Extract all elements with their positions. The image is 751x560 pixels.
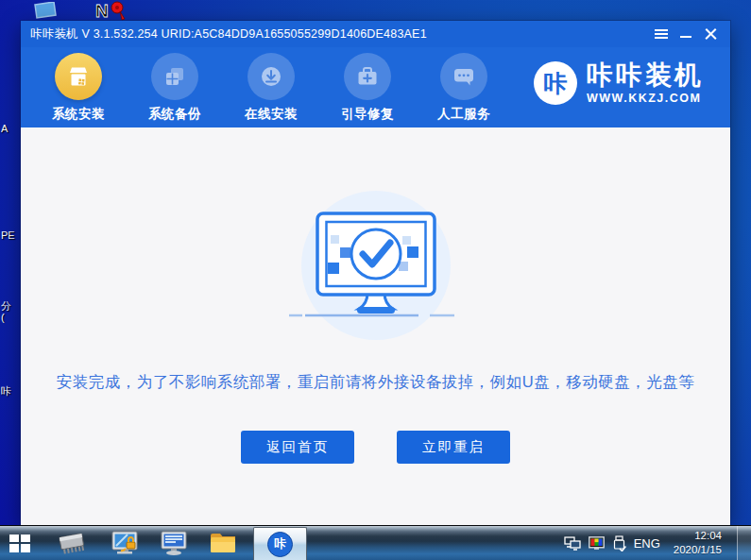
boot-repair-icon — [344, 53, 391, 100]
restart-now-button[interactable]: 立即重启 — [397, 431, 510, 464]
memory-chip-icon — [56, 531, 88, 555]
nav-label: 系统安装 — [44, 106, 112, 123]
menu-button[interactable] — [649, 24, 674, 44]
brand-name: 咔咔装机 — [587, 62, 704, 89]
folder-icon — [209, 532, 237, 554]
language-indicator[interactable]: ENG — [634, 536, 660, 551]
clock-time: 12:04 — [674, 529, 722, 543]
keyboard-monitor-icon — [158, 530, 190, 556]
minimize-button[interactable] — [674, 24, 698, 44]
taskbar-item-file-explorer[interactable] — [205, 526, 241, 560]
brand-logo: 咔 咔咔装机 WWW.KKZJ.COM — [534, 61, 704, 105]
taskbar: 咔 ENG 12:04 2020/1/15 — [0, 525, 751, 560]
online-download-icon — [247, 53, 295, 100]
nav-bar: 系统安装 系统备份 在线安装 — [21, 47, 730, 127]
kaka-installer-window: 咔咔装机 V 3.1.532.254 URID:A5C84DD9A1655055… — [21, 21, 730, 525]
nav-label: 在线安装 — [237, 106, 305, 123]
return-home-button[interactable]: 返回首页 — [241, 431, 354, 464]
system-tray: ENG 12:04 2020/1/15 — [564, 526, 751, 560]
taskbar-item-keyboard-tool[interactable] — [156, 526, 192, 560]
support-chat-icon — [440, 53, 487, 100]
nav-item-boot-repair[interactable]: 引导修复 — [333, 53, 401, 123]
svg-text:N: N — [95, 1, 109, 21]
show-desktop-button[interactable] — [737, 526, 751, 560]
usb-eject-icon[interactable] — [612, 535, 626, 552]
monitor-lock-icon — [109, 530, 141, 556]
install-complete-illustration — [272, 182, 480, 348]
clock[interactable]: 12:04 2020/1/15 — [674, 529, 722, 557]
clock-date: 2020/1/15 — [674, 543, 722, 557]
titlebar: 咔咔装机 V 3.1.532.254 URID:A5C84DD9A1655055… — [21, 21, 730, 47]
desktop-label-fragment: 咔 — [1, 384, 21, 399]
window-title: 咔咔装机 V 3.1.532.254 URID:A5C84DD9A1655055… — [30, 26, 649, 42]
desktop-label-fragment: A — [1, 123, 21, 134]
nav-item-system-backup[interactable]: 系统备份 — [141, 53, 209, 123]
taskbar-item-chip-tool[interactable] — [54, 526, 90, 560]
nav-item-online-install[interactable]: 在线安装 — [237, 53, 305, 123]
nav-item-support[interactable]: 人工服务 — [430, 53, 498, 123]
install-box-icon — [55, 53, 102, 100]
display-settings-icon[interactable] — [589, 536, 605, 550]
network-icon[interactable] — [564, 536, 581, 551]
completion-message: 安装完成，为了不影响系统部署，重启前请将外接设备拔掉，例如U盘，移动硬盘，光盘等 — [57, 372, 694, 393]
close-icon — [705, 28, 717, 41]
start-button[interactable] — [0, 526, 40, 560]
desktop-icon-this-pc[interactable] — [31, 2, 58, 21]
close-button[interactable] — [698, 24, 723, 44]
desktop-icon-password-tool[interactable]: N — [94, 0, 128, 23]
brand-site: WWW.KKZJ.COM — [587, 92, 704, 105]
hamburger-icon — [655, 29, 668, 39]
taskbar-item-kaka-app[interactable]: 咔 — [253, 527, 307, 560]
kaka-app-icon: 咔 — [267, 532, 293, 557]
brand-badge-icon: 咔 — [534, 61, 577, 105]
nav-label: 引导修复 — [333, 106, 401, 123]
content-area: 安装完成，为了不影响系统部署，重启前请将外接设备拔掉，例如U盘，移动硬盘，光盘等… — [21, 127, 730, 525]
taskbar-item-disk-lock-tool[interactable] — [107, 526, 143, 560]
nav-label: 系统备份 — [141, 106, 209, 123]
nav-item-system-install[interactable]: 系统安装 — [44, 53, 112, 123]
nav-label: 人工服务 — [430, 106, 498, 123]
desktop-label-fragment: PE — [1, 229, 21, 241]
minimize-icon — [680, 36, 691, 38]
desktop-label-fragment: ( — [1, 312, 21, 323]
windows-logo-icon — [9, 535, 30, 552]
backup-icon — [151, 53, 198, 100]
